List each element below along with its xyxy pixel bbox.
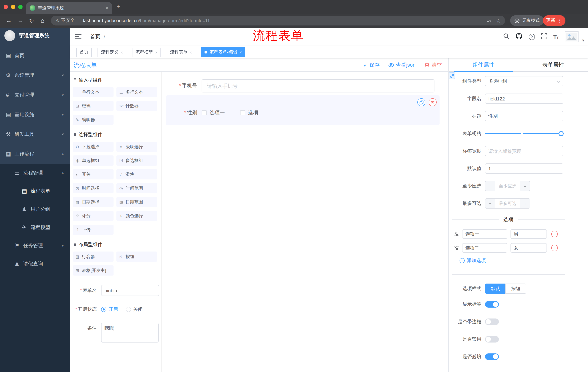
sidebar-item-task-management[interactable]: ⚑ 任务管理 ∨ (0, 237, 70, 255)
grid-slider[interactable] (485, 128, 563, 139)
show-label-switch[interactable] (485, 301, 499, 308)
password-key-icon[interactable] (487, 18, 492, 23)
sidebar-item-devtools[interactable]: ⚒ 研发工具 ∨ (0, 125, 70, 144)
option-value-input[interactable] (511, 229, 547, 239)
palette-item-radio-group[interactable]: ◉单选框组 (73, 155, 114, 166)
option-label-input[interactable] (462, 229, 507, 239)
sidebar-item-user-groups[interactable]: ♟ 用户分组 (0, 200, 70, 218)
sidebar-item-process-form[interactable]: ▤ 流程表单 (0, 182, 70, 200)
search-icon[interactable] (503, 33, 509, 41)
border-switch[interactable] (485, 319, 499, 325)
min-select-input[interactable] (495, 181, 520, 191)
close-window-button[interactable] (4, 5, 8, 9)
tag-process-definition[interactable]: 流程定义 × (98, 47, 126, 57)
component-type-select[interactable]: 多选框组 (485, 76, 563, 86)
back-icon[interactable]: ← (6, 14, 12, 28)
drag-handle-icon[interactable] (454, 246, 459, 250)
close-icon[interactable]: × (189, 50, 192, 54)
palette-item-time-range[interactable]: ◶时间范围 (116, 183, 157, 193)
sidebar-item-infrastructure[interactable]: ▤ 基础设施 ∨ (0, 105, 70, 125)
canvas-field-phone[interactable]: *手机号 (162, 79, 448, 93)
palette-item-color-picker[interactable]: ◑颜色选择 (116, 211, 157, 221)
form-remark-textarea[interactable]: 嘿嘿 (101, 323, 159, 342)
checkbox-option-1[interactable]: 选项一 (202, 110, 225, 116)
tag-process-model[interactable]: 流程模型 × (132, 47, 161, 57)
font-size-icon[interactable]: TT (553, 34, 558, 40)
clear-button[interactable]: 清空 (424, 62, 442, 68)
decrease-button[interactable]: − (485, 198, 495, 209)
close-icon[interactable]: × (121, 50, 123, 54)
breadcrumb-home[interactable]: 首页 (90, 33, 100, 40)
tag-process-form-edit[interactable]: 流程表单-编辑 × (201, 47, 245, 57)
remove-option-button[interactable]: − (551, 244, 558, 251)
tab-component-props[interactable]: 组件属性 (449, 58, 518, 71)
title-input[interactable] (485, 111, 563, 121)
address-bar[interactable]: ⚠ 不安全 dashboard.yudao.iocoder.cn /bpm/ma… (51, 16, 505, 25)
option-label-input[interactable] (462, 243, 507, 253)
tab-form-props[interactable]: 表单属性 (518, 58, 588, 71)
sidebar-item-leave-query[interactable]: ♟ 请假查询 (0, 255, 70, 273)
disabled-switch[interactable] (485, 336, 499, 342)
close-icon[interactable]: × (239, 50, 242, 54)
minimize-window-button[interactable] (11, 5, 15, 9)
add-option-button[interactable]: + 添加选项 (460, 257, 588, 264)
palette-item-single-line-text[interactable]: ▭单行文本 (73, 87, 114, 97)
chevron-down-icon[interactable]: ∨ (582, 39, 584, 42)
palette-item-date-range[interactable]: ▩日期范围 (116, 197, 157, 207)
maximize-window-button[interactable] (18, 5, 22, 9)
palette-item-checkbox-group[interactable]: ☑多选框组 (116, 155, 157, 166)
status-off-radio[interactable]: 关闭 (126, 306, 143, 313)
browser-menu-icon[interactable]: ⋮ (557, 18, 562, 23)
increase-button[interactable]: + (520, 198, 530, 209)
link-badge[interactable] (449, 73, 455, 79)
close-icon[interactable]: × (155, 50, 158, 54)
palette-item-rate[interactable]: ☆评分 (73, 211, 114, 221)
increase-button[interactable]: + (520, 181, 530, 191)
palette-item-table[interactable]: ⊞表格[开发中] (73, 265, 114, 276)
palette-item-select[interactable]: ⊙下拉选择 (73, 142, 114, 152)
sidebar-item-process-management[interactable]: ☰ 流程管理 ∧ (0, 164, 70, 182)
palette-item-switch[interactable]: ◐开关 (73, 169, 114, 180)
required-switch[interactable] (485, 353, 499, 360)
new-tab-button[interactable]: + (116, 3, 120, 10)
status-on-radio[interactable]: 开启 (101, 306, 118, 313)
copy-field-button[interactable] (417, 98, 425, 106)
palette-item-time-picker[interactable]: ◷时间选择 (73, 183, 114, 193)
sidebar-item-workflow[interactable]: ▦ 工作流程 ∧ (0, 144, 70, 164)
palette-item-upload[interactable]: ⇧上传 (73, 224, 114, 235)
browser-update-button[interactable]: 更新 ⋮ (543, 15, 566, 26)
palette-item-multi-line-text[interactable]: ☰多行文本 (116, 87, 157, 97)
bookmark-star-icon[interactable]: ☆ (496, 18, 501, 23)
style-button-button[interactable]: 按钮 (505, 284, 526, 294)
canvas-field-gender-selected[interactable]: *性别 选项一 选项二 (166, 95, 440, 125)
drag-handle-icon[interactable] (454, 232, 459, 236)
default-value-input[interactable] (485, 163, 563, 174)
fullscreen-icon[interactable] (541, 33, 547, 41)
save-button[interactable]: ✓ 保存 (363, 62, 379, 68)
max-select-input[interactable] (495, 198, 520, 209)
reload-icon[interactable]: ↻ (29, 14, 34, 28)
tag-home[interactable]: 首页 (76, 47, 92, 57)
palette-item-row-container[interactable]: ▥行容器 (73, 252, 114, 262)
palette-item-password[interactable]: ⊡密码 (73, 101, 114, 111)
style-default-button[interactable]: 默认 (485, 284, 505, 294)
sidebar-item-payment[interactable]: ¥ 支付管理 ∨ (0, 85, 70, 105)
close-tab-icon[interactable]: × (105, 5, 108, 11)
field-name-input[interactable] (485, 94, 563, 104)
view-json-button[interactable]: 查看json (388, 62, 416, 68)
form-name-input[interactable] (101, 285, 159, 296)
github-icon[interactable] (515, 32, 522, 41)
home-icon[interactable]: ⌂ (41, 14, 44, 28)
tag-process-form[interactable]: 流程表单 × (167, 47, 195, 57)
palette-item-counter[interactable]: 123计数器 (116, 101, 157, 111)
delete-field-button[interactable] (429, 98, 437, 106)
app-logo[interactable]: 芋道管理系统 (0, 28, 70, 44)
sidebar-item-process-model[interactable]: ✈ 流程模型 (0, 218, 70, 237)
form-canvas[interactable]: *手机号 *性别 选项一 选项二 (162, 72, 448, 372)
palette-item-cascader[interactable]: ⋔级联选择 (116, 142, 157, 152)
palette-item-date-picker[interactable]: ▦日期选择 (73, 197, 114, 207)
sidebar-item-home[interactable]: ▣ 首页 (0, 46, 70, 65)
phone-input[interactable] (202, 79, 434, 93)
help-icon[interactable]: ? (528, 34, 535, 40)
avatar[interactable] (565, 31, 579, 42)
